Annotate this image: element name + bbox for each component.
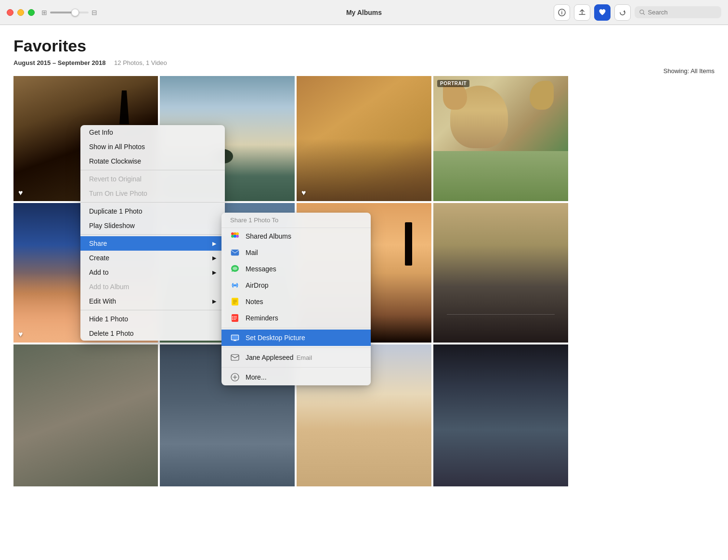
- messages-label: Messages: [246, 265, 276, 273]
- menu-separator-4: [80, 310, 225, 310]
- menu-separator-3: [80, 234, 225, 235]
- svg-text:i: i: [561, 10, 563, 15]
- create-arrow-icon: ▶: [212, 255, 216, 261]
- monitor-icon: [231, 334, 239, 341]
- share-submenu: Share 1 Photo To Shared Albums: [221, 213, 371, 385]
- menu-item-create[interactable]: Create ▶: [80, 251, 225, 265]
- photo-dog[interactable]: PORTRAIT ♥: [433, 76, 568, 201]
- share-arrow-icon: ▶: [212, 241, 216, 247]
- svg-point-21: [232, 316, 233, 317]
- search-input[interactable]: [648, 9, 716, 16]
- more-label: More...: [246, 373, 267, 381]
- heart-icon-5: ♥: [18, 330, 23, 339]
- mail-label: Mail: [246, 249, 258, 256]
- submenu-mail[interactable]: Mail: [221, 244, 371, 261]
- share-button[interactable]: [574, 4, 590, 21]
- heart-icon: [598, 9, 606, 16]
- heart-icon-1: ♥: [18, 189, 23, 197]
- menu-item-duplicate[interactable]: Duplicate 1 Photo: [80, 204, 225, 218]
- menu-item-add-to-album: Add to Album: [80, 280, 225, 294]
- menu-item-edit-with[interactable]: Edit With ▶: [80, 294, 225, 308]
- rotate-button[interactable]: [614, 4, 631, 21]
- share-icon: [578, 9, 586, 16]
- menu-item-share[interactable]: Share ▶: [80, 236, 225, 251]
- photo-8[interactable]: [433, 203, 568, 343]
- rotate-icon: [619, 9, 626, 16]
- set-desktop-label: Set Desktop Picture: [246, 334, 305, 342]
- slider-thumb[interactable]: [71, 9, 79, 16]
- set-desktop-icon: [230, 333, 240, 343]
- showing-control[interactable]: Showing: All Items: [663, 67, 715, 75]
- jane-appleseed-label: Jane Appleseed: [246, 354, 294, 361]
- svg-point-12: [234, 285, 236, 286]
- submenu-reminders[interactable]: Reminders: [221, 310, 371, 326]
- svg-rect-25: [232, 335, 238, 340]
- maximize-button[interactable]: [28, 9, 35, 16]
- portrait-badge: PORTRAIT: [437, 80, 469, 87]
- svg-rect-27: [233, 341, 237, 342]
- airdrop-label: AirDrop: [246, 281, 268, 289]
- date-range: August 2015 – September 2018: [13, 59, 105, 66]
- page-meta: August 2015 – September 2018 12 Photos, …: [13, 59, 715, 66]
- menu-item-add-to[interactable]: Add to ▶: [80, 265, 225, 280]
- submenu-jane-email[interactable]: Jane Appleseed Email: [221, 349, 371, 366]
- heart-icon-dog: ♥: [438, 189, 443, 197]
- submenu-separator-2: [221, 347, 371, 348]
- notes-icon: [230, 297, 240, 306]
- reminders-icon: [230, 313, 240, 323]
- photo-9[interactable]: [13, 344, 158, 486]
- submenu-shared-albums[interactable]: Shared Albums: [221, 228, 371, 244]
- minimize-button[interactable]: [17, 9, 24, 16]
- submenu-more[interactable]: More...: [221, 369, 371, 385]
- mail-envelope-icon: [231, 249, 239, 256]
- notes-label: Notes: [246, 298, 263, 305]
- titlebar: ⊞ ⊟ My Albums i: [0, 0, 728, 25]
- messages-icon: [230, 264, 240, 274]
- zoom-slider-area: ⊞ ⊟: [41, 9, 97, 16]
- messages-bubble-icon: [231, 265, 239, 273]
- submenu-messages[interactable]: Messages: [221, 261, 371, 277]
- add-to-arrow-icon: ▶: [212, 269, 216, 276]
- photo-3[interactable]: ♥: [297, 76, 431, 201]
- edit-with-arrow-icon: ▶: [212, 298, 216, 305]
- favorite-button[interactable]: [594, 4, 611, 21]
- menu-item-rotate[interactable]: Rotate Clockwise: [80, 154, 225, 168]
- showing-value[interactable]: All Items: [690, 67, 715, 75]
- notes-pad-icon: [231, 297, 239, 306]
- window-title: My Albums: [346, 9, 382, 16]
- info-button[interactable]: i: [554, 4, 570, 21]
- menu-item-revert: Revert to Original: [80, 172, 225, 186]
- shared-albums-icon: [230, 231, 240, 241]
- search-icon: [639, 9, 645, 15]
- photo-count: 12 Photos, 1 Video: [114, 59, 167, 66]
- traffic-lights: [7, 9, 35, 16]
- email-envelope-icon: [231, 354, 239, 361]
- info-icon: i: [558, 9, 566, 16]
- menu-item-hide[interactable]: Hide 1 Photo: [80, 312, 225, 326]
- menu-item-show-all[interactable]: Show in All Photos: [80, 140, 225, 154]
- submenu-notes[interactable]: Notes: [221, 293, 371, 310]
- reminders-list-icon: [231, 314, 239, 322]
- shared-albums-label: Shared Albums: [246, 232, 291, 240]
- main-content: Favorites August 2015 – September 2018 1…: [0, 25, 728, 486]
- toolbar-right: i: [554, 4, 721, 21]
- menu-item-slideshow[interactable]: Play Slideshow: [80, 218, 225, 233]
- menu-item-live-photo: Turn On Live Photo: [80, 186, 225, 201]
- heart-icon-3: ♥: [301, 189, 306, 197]
- jane-email-content: Jane Appleseed Email: [246, 354, 312, 361]
- zoom-slider[interactable]: [50, 12, 89, 13]
- search-box[interactable]: [635, 6, 721, 18]
- svg-point-11: [233, 267, 237, 270]
- more-icon: [230, 372, 240, 382]
- reminders-label: Reminders: [246, 314, 278, 322]
- menu-item-get-info[interactable]: Get Info: [80, 125, 225, 140]
- page-title: Favorites: [13, 37, 715, 55]
- photo-12[interactable]: [433, 344, 568, 486]
- email-type-label: Email: [297, 354, 312, 361]
- svg-rect-9: [231, 250, 239, 255]
- close-button[interactable]: [7, 9, 13, 16]
- submenu-set-desktop[interactable]: Set Desktop Picture: [221, 330, 371, 346]
- submenu-airdrop[interactable]: AirDrop: [221, 277, 371, 293]
- menu-item-delete[interactable]: Delete 1 Photo: [80, 326, 225, 341]
- photos-icon: [231, 232, 239, 241]
